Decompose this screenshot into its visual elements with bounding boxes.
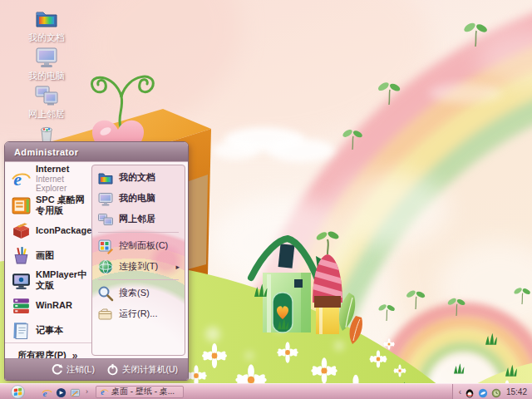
tray-clock[interactable]: 15:42 [506, 387, 527, 397]
my-computer-icon [97, 190, 114, 207]
menu-item-my-computer[interactable]: 我的电脑 [92, 188, 185, 209]
task-title: 桌面 - 壁纸 - 桌... [111, 386, 175, 397]
tray-qq-icon[interactable] [465, 387, 475, 397]
start-menu: Administrator e InternetInternet Explore… [4, 141, 189, 381]
start-menu-pinned-list: e InternetInternet Explorer SPC 桌酷网专用版 I… [5, 162, 91, 358]
network-places-icon [97, 211, 114, 228]
run-icon [97, 306, 114, 323]
control-panel-icon [97, 238, 114, 254]
start-button[interactable] [11, 385, 25, 399]
ie-task-icon: e [100, 387, 109, 397]
connect-to-icon [97, 259, 114, 275]
desktop-icon-network-places[interactable]: 网上邻居 [15, 81, 78, 119]
menu-item-paint[interactable]: 画图 [5, 243, 91, 268]
svg-text:e: e [42, 387, 47, 397]
username: Administrator [14, 147, 78, 157]
menu-item-control-panel[interactable]: 控制面板(C) [92, 235, 185, 256]
taskbar-task-ie-window[interactable]: e 桌面 - 壁纸 - 桌... [96, 386, 184, 398]
shut-down-button[interactable]: 关闭计算机(U) [106, 363, 178, 376]
paint-icon [11, 245, 32, 266]
quick-launch-expand-icon[interactable]: › [86, 387, 88, 396]
menu-item-connect-to[interactable]: 连接到(T) ▸ [92, 256, 185, 277]
tray-messenger-icon[interactable] [478, 387, 488, 397]
menu-separator [98, 232, 179, 233]
menu-item-internet[interactable]: e InternetInternet Explorer [5, 165, 91, 193]
my-documents-icon [97, 170, 114, 186]
start-menu-footer: 注销(L) 关闭计算机(U) [5, 358, 188, 380]
log-off-button[interactable]: 注销(L) [51, 363, 95, 376]
svg-text:e: e [13, 169, 22, 189]
start-menu-user-banner: Administrator [5, 142, 188, 161]
menu-item-kmplayer[interactable]: KMPlayer中文版 [5, 268, 91, 293]
power-icon [106, 363, 119, 376]
quick-launch-media-player-icon[interactable] [56, 387, 66, 397]
kmplayer-icon [11, 270, 32, 291]
tray-overflow-chevron-icon[interactable]: ‹ [459, 387, 461, 397]
menu-item-my-documents[interactable]: 我的文档 [92, 167, 185, 188]
menu-item-network-places[interactable]: 网上邻居 [92, 209, 185, 229]
desktop-icon-label: 我的文档 [28, 32, 65, 42]
quick-launch-show-desktop-icon[interactable] [70, 387, 81, 397]
tray-clock-utility-icon[interactable] [491, 387, 501, 397]
submenu-arrow-icon: ▸ [175, 263, 180, 271]
menu-item-run[interactable]: 运行(R)... [92, 303, 185, 324]
svg-text:e: e [101, 388, 104, 397]
spc-app-icon [11, 195, 32, 216]
taskbar: e › e 桌面 - 壁纸 - 桌... ‹ 15:42 [0, 383, 532, 399]
start-menu-places-panel: 我的文档 我的电脑 网上邻居 控制面板(C) [91, 165, 185, 356]
winrar-icon [11, 295, 32, 316]
my-computer-icon [33, 43, 60, 70]
quick-launch-ie-icon[interactable]: e [42, 387, 52, 397]
desktop-icon-label: 网上邻居 [28, 109, 65, 119]
desktop-icon-label: 我的电脑 [28, 71, 65, 81]
search-icon [97, 285, 114, 302]
desktop-icon-my-documents[interactable]: 我的文档 [15, 5, 78, 42]
menu-item-iconpackager[interactable]: IconPackager [5, 218, 91, 243]
log-off-icon [51, 363, 63, 376]
internet-explorer-icon: e [11, 169, 32, 190]
menu-item-search[interactable]: 搜索(S) [92, 283, 185, 303]
menu-item-notepad[interactable]: 记事本 [5, 318, 91, 342]
notepad-icon [11, 320, 32, 341]
my-documents-icon [33, 5, 60, 32]
menu-item-spc[interactable]: SPC 桌酷网专用版 [5, 193, 91, 218]
system-tray: ‹ 15:42 [452, 384, 532, 399]
menu-item-winrar[interactable]: WinRAR [5, 293, 91, 318]
iconpackager-icon [11, 220, 32, 241]
quick-launch-bar: e › [42, 387, 88, 397]
network-places-icon [33, 81, 60, 108]
desktop-icon-my-computer[interactable]: 我的电脑 [15, 43, 78, 81]
menu-separator [98, 279, 179, 280]
